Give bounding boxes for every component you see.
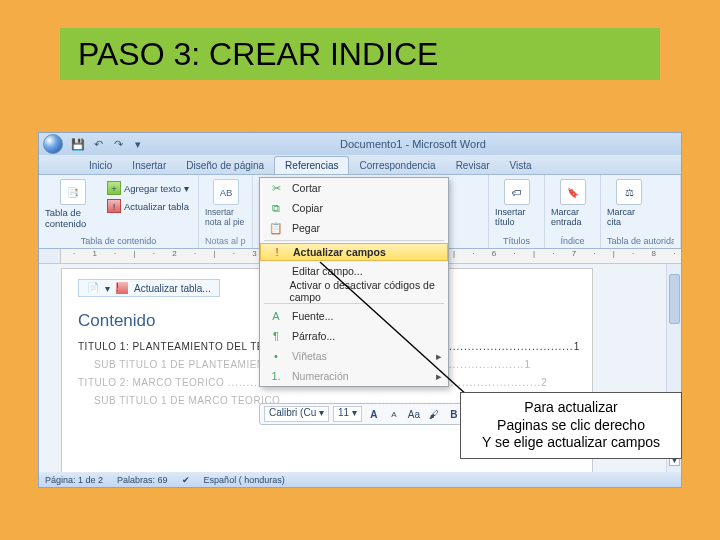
callout-line-2: Paginas se clic derecho — [471, 417, 671, 435]
callout-line-3: Y se elige actualizar campos — [471, 434, 671, 452]
callout-pointer — [0, 0, 720, 540]
callout-note: Para actualizar Paginas se clic derecho … — [460, 392, 682, 459]
callout-line-1: Para actualizar — [471, 399, 671, 417]
svg-line-0 — [320, 262, 468, 396]
